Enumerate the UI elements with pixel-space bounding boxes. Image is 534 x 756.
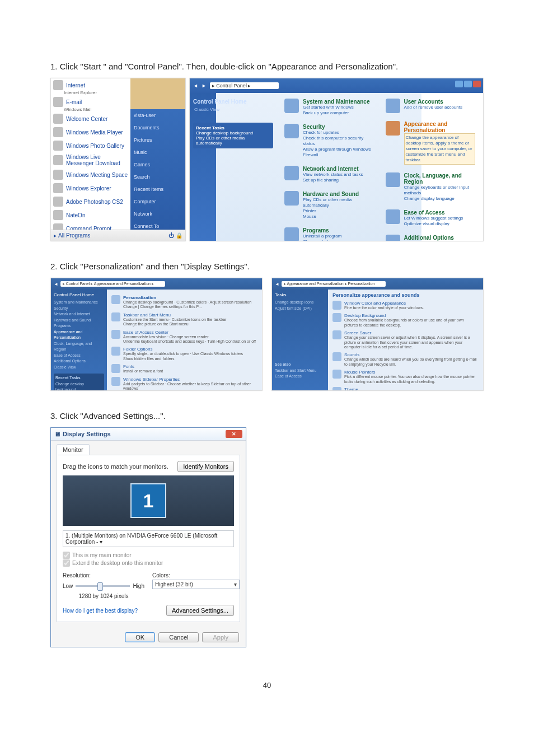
sm-ps[interactable]: Adobe Photoshop CS2: [51, 195, 130, 208]
cp-cat-addl[interactable]: Additional Options: [386, 235, 476, 241]
pz-bg[interactable]: Desktop BackgroundChoose from available …: [332, 313, 479, 328]
cancel-button[interactable]: Cancel: [158, 632, 199, 642]
ap-personalization[interactable]: PersonalizationChange desktop background…: [111, 295, 257, 310]
ap-side-classic[interactable]: Classic View: [54, 365, 104, 371]
pz-wincolor[interactable]: Window Color and AppearanceFine tune the…: [332, 301, 479, 310]
help-link[interactable]: How do I get the best display?: [63, 608, 138, 614]
sm-pictures[interactable]: Pictures: [130, 134, 185, 146]
pz-scrnsvr[interactable]: Screen SaverChange your screen saver or …: [332, 330, 479, 349]
sm-messenger[interactable]: Windows Live Messenger Download: [51, 152, 130, 168]
cp-cat-access[interactable]: Ease of AccessLet Windows suggest settin…: [386, 209, 476, 227]
ok-button[interactable]: OK: [125, 632, 155, 642]
sm-documents[interactable]: Documents: [130, 122, 185, 134]
monitor-1[interactable]: 1: [130, 483, 166, 518]
back-icon[interactable]: ◄: [54, 282, 58, 287]
cp-cat-links[interactable]: Change keyboards or other input methods …: [404, 185, 476, 202]
pz-see-item[interactable]: Ease of Access: [275, 374, 302, 378]
ap-ease[interactable]: Ease of Access CenterAccommodate low vis…: [111, 330, 257, 344]
sm-welcome[interactable]: Welcome Center: [51, 112, 130, 125]
sm-wmp[interactable]: Windows Media Player: [51, 125, 130, 139]
ap-fonts[interactable]: FontsInstall or remove a font: [111, 364, 257, 374]
ap-side-item[interactable]: Additional Options: [54, 358, 104, 365]
ap-side-home[interactable]: Control Panel Home: [54, 292, 104, 298]
pz-theme[interactable]: ThemeChange the theme. Themes can change…: [332, 387, 479, 391]
power-buttons[interactable]: ⏻ 🔒: [168, 232, 182, 239]
ap-taskbar[interactable]: Taskbar and Start MenuCustomize the Star…: [111, 312, 257, 327]
monitor-stage[interactable]: 1: [63, 475, 234, 526]
resolution-slider[interactable]: Low High: [63, 580, 144, 592]
sm-meeting[interactable]: Windows Meeting Space: [51, 168, 130, 181]
ap-item-desc[interactable]: Add gadgets to Sidebar · Choose whether …: [123, 382, 257, 391]
cp-cat-links[interactable]: Let Windows suggest settings Optimize vi…: [404, 216, 463, 227]
colors-select[interactable]: Highest (32 bit): [152, 580, 240, 589]
ap-item-desc[interactable]: Customize the Start menu · Customize ico…: [123, 318, 226, 327]
sm-computer[interactable]: Computer: [130, 195, 185, 208]
pz-mouse[interactable]: Mouse PointersPick a different mouse poi…: [332, 370, 479, 384]
cp-cat-links[interactable]: Play CDs or other media automatically Pr…: [303, 197, 374, 220]
cp-cat-links[interactable]: Add or remove user accounts: [404, 105, 463, 110]
sm-user[interactable]: vista-user: [130, 109, 185, 122]
cp-cat-system[interactable]: System and MaintenanceGet started with W…: [284, 99, 374, 116]
advanced-settings-button[interactable]: Advanced Settings...: [166, 605, 234, 616]
forward-icon[interactable]: ►: [202, 83, 207, 88]
ap-side-item[interactable]: Hardware and Sound: [54, 318, 104, 324]
cp-classic-link[interactable]: Classic View: [194, 107, 273, 113]
cp-cat-links[interactable]: Check for updates Check this computer's …: [303, 130, 374, 158]
cp-cat-links[interactable]: View network status and tasks Set up fil…: [303, 172, 363, 183]
cp-cat-security[interactable]: SecurityCheck for updates Check this com…: [284, 124, 374, 158]
pz-sounds[interactable]: SoundsChange which sounds are heard when…: [332, 352, 479, 367]
identify-monitors-button[interactable]: Identify Monitors: [177, 461, 234, 472]
sm-games[interactable]: Games: [130, 158, 185, 171]
close-button[interactable]: ✕: [226, 430, 242, 438]
sm-music[interactable]: Music: [130, 146, 185, 158]
pz-address[interactable]: ◄ ▸ Appearance and Personalization ▸ Per…: [272, 278, 483, 290]
cp-cat-appearance[interactable]: Appearance and PersonalizationChange the…: [386, 121, 476, 165]
ap-side-item[interactable]: System and Maintenance: [54, 300, 104, 306]
sm-nateon[interactable]: NateOn: [51, 208, 130, 222]
resolution-label: Resolution:: [63, 572, 144, 578]
cp-cat-users[interactable]: User AccountsAdd or remove user accounts: [386, 99, 476, 113]
sm-search[interactable]: Search: [130, 171, 185, 183]
sm-network[interactable]: Network: [130, 208, 185, 220]
tab-monitor[interactable]: Monitor: [57, 444, 90, 455]
back-icon[interactable]: ◄: [275, 282, 279, 287]
slider-thumb[interactable]: [97, 582, 103, 591]
sm-gallery[interactable]: Windows Photo Gallery: [51, 139, 130, 152]
ap-folder[interactable]: Folder OptionsSpecify single- or double-…: [111, 347, 257, 361]
ap-item-desc[interactable]: Change desktop background · Customize co…: [123, 300, 251, 310]
ap-side-item[interactable]: Ease of Access: [54, 353, 104, 359]
cp-address[interactable]: ▸ Control Panel ▸: [210, 82, 279, 89]
ap-item-desc[interactable]: Install or remove a font: [123, 369, 163, 374]
ap-side-item[interactable]: Clock, Language, and Region: [54, 341, 104, 353]
pz-side-item[interactable]: Change desktop icons: [275, 300, 325, 306]
ap-recent-item[interactable]: Change desktop background: [55, 382, 84, 391]
cp-cat-hardware[interactable]: Hardware and SoundPlay CDs or other medi…: [284, 191, 374, 220]
cp-home-link[interactable]: Control Panel Home: [193, 99, 273, 105]
ap-side-item[interactable]: Programs: [54, 323, 104, 329]
ap-item-desc[interactable]: Accommodate low vision · Change screen r…: [123, 335, 256, 344]
ap-address[interactable]: ◄ ▸ Control Panel ▸ Appearance and Perso…: [51, 278, 262, 290]
ap-side-item[interactable]: Network and Internet: [54, 311, 104, 318]
ap-side-item[interactable]: Security: [54, 306, 104, 312]
all-programs[interactable]: All Programs: [58, 232, 90, 239]
cp-cat-links[interactable]: Get started with Windows Back up your co…: [303, 105, 369, 116]
pz-side-item[interactable]: Adjust font size (DPI): [275, 306, 325, 312]
cp-cat-programs[interactable]: ProgramsUninstall a program Change start…: [284, 227, 374, 241]
cp-recent-items[interactable]: Change desktop background Play CDs or ot…: [196, 130, 253, 146]
apply-button[interactable]: Apply: [202, 632, 239, 642]
cp-cat-links[interactable]: Uninstall a program Change startup progr…: [303, 234, 354, 241]
back-icon[interactable]: ◄: [193, 83, 198, 88]
ap-side-item-active[interactable]: Appearance and Personalization: [54, 329, 104, 341]
monitor-select[interactable]: 1. (Multiple Monitors) on NVIDIA GeForce…: [63, 530, 234, 547]
ap-sidebar[interactable]: Windows Sidebar PropertiesAdd gadgets to…: [111, 377, 257, 391]
pz-see-item[interactable]: Taskbar and Start Menu: [275, 368, 316, 372]
cp-cat-network[interactable]: Network and InternetView network status …: [284, 166, 374, 183]
step3-figure: 🖥Display Settings ✕ Monitor Drag the ico…: [50, 427, 484, 647]
sm-recent[interactable]: Recent Items: [130, 183, 185, 195]
cp-addressbar[interactable]: ◄ ► ▸ Control Panel ▸: [190, 78, 483, 93]
window-controls[interactable]: [455, 81, 481, 87]
slider-track[interactable]: [76, 585, 130, 587]
cp-cat-clock[interactable]: Clock, Language, and RegionChange keyboa…: [386, 172, 476, 202]
ap-item-desc[interactable]: Specify single- or double-click to open …: [123, 352, 243, 361]
sm-explorer[interactable]: Windows Explorer: [51, 181, 130, 195]
